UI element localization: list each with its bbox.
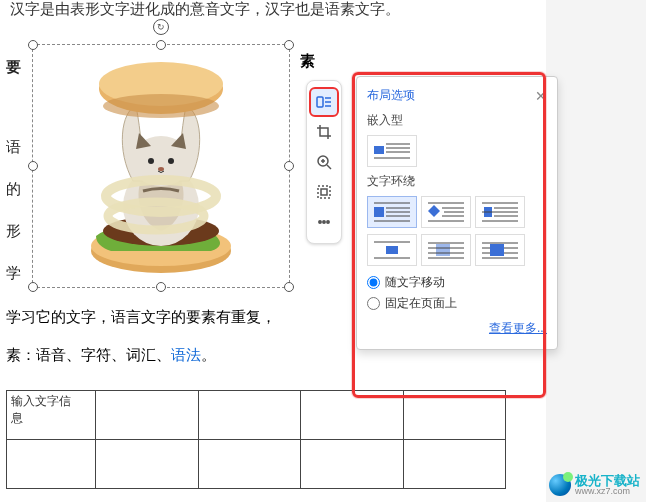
table-cell[interactable]: [403, 391, 506, 440]
char-de: 的: [6, 172, 21, 206]
section-wrap-label: 文字环绕: [367, 173, 547, 190]
wrap-square-icon: [372, 201, 412, 223]
list-prefix: 素：语音、字符、词汇、: [6, 346, 171, 363]
svg-point-7: [158, 167, 164, 171]
wrap-inline-option[interactable]: [367, 135, 417, 167]
table-cell[interactable]: [7, 440, 96, 489]
wrap-topbottom-icon: [372, 239, 412, 261]
table-cell[interactable]: [198, 440, 301, 489]
svg-rect-13: [317, 97, 323, 107]
popup-title: 布局选项: [367, 87, 415, 104]
radio-move-with-text[interactable]: 随文字移动: [367, 274, 547, 291]
resize-handle-ml[interactable]: [28, 161, 38, 171]
radio-move-label: 随文字移动: [385, 274, 445, 291]
svg-rect-31: [374, 207, 384, 217]
svg-point-25: [327, 221, 329, 223]
char-yao: 要: [6, 50, 21, 84]
wrap-through-option[interactable]: [475, 196, 525, 228]
zoom-icon: [316, 154, 332, 170]
wrap-behind-icon: [426, 239, 466, 261]
wrap-front-option[interactable]: [475, 234, 525, 266]
svg-point-12: [103, 94, 219, 118]
wrap-square-option[interactable]: [367, 196, 417, 228]
table-cell[interactable]: [403, 440, 506, 489]
svg-rect-48: [386, 246, 398, 254]
document-table[interactable]: 输入文字信 息: [6, 390, 506, 489]
table-cell[interactable]: 输入文字信 息: [7, 391, 96, 440]
list-line: 素：语音、字符、词汇、语法。: [6, 346, 216, 365]
table-cell[interactable]: [301, 440, 404, 489]
resize-handle-bl[interactable]: [28, 282, 38, 292]
resize-handle-bm[interactable]: [156, 282, 166, 292]
select-button[interactable]: [311, 179, 337, 205]
grammar-link[interactable]: 语法: [171, 346, 201, 363]
cell-text: 输入文字信: [11, 394, 71, 408]
svg-line-18: [327, 165, 331, 169]
table-cell[interactable]: [198, 391, 301, 440]
see-more-row: 查看更多...: [367, 320, 547, 337]
svg-point-24: [323, 221, 325, 223]
char-yu: 语: [6, 130, 21, 164]
char-suo: 素: [300, 52, 315, 71]
wrap-options-grid: [367, 196, 547, 266]
table-row: 输入文字信 息: [7, 391, 506, 440]
svg-rect-26: [374, 146, 384, 154]
close-icon[interactable]: ✕: [535, 88, 547, 104]
table-cell[interactable]: [96, 440, 199, 489]
crop-button[interactable]: [311, 119, 337, 145]
paragraph-line: 学习它的文字，语言文字的要素有重复，: [6, 308, 276, 327]
app-sidebar-bg: [546, 0, 646, 502]
svg-rect-59: [490, 244, 504, 256]
char-xue: 学: [6, 256, 21, 290]
resize-handle-tm[interactable]: [156, 40, 166, 50]
layout-options-button[interactable]: [311, 89, 337, 115]
svg-rect-21: [318, 186, 330, 198]
section-inline-label: 嵌入型: [367, 112, 547, 129]
crop-icon: [316, 124, 332, 140]
more-icon: [316, 214, 332, 230]
resize-handle-tr[interactable]: [284, 40, 294, 50]
layout-options-popup: 布局选项 ✕ 嵌入型 文字环绕: [356, 76, 558, 350]
wrap-tight-icon: [426, 201, 466, 223]
inserted-image[interactable]: [61, 51, 261, 281]
wrap-topbottom-option[interactable]: [367, 234, 417, 266]
watermark-url: www.xz7.com: [575, 487, 640, 496]
select-icon: [316, 184, 332, 200]
resize-handle-mr[interactable]: [284, 161, 294, 171]
radio-fixed-input[interactable]: [367, 297, 380, 310]
wrap-through-icon: [480, 201, 520, 223]
image-toolbar: [306, 80, 342, 244]
radio-move-input[interactable]: [367, 276, 380, 289]
rotate-handle-icon[interactable]: ↻: [153, 19, 169, 35]
svg-rect-50: [436, 244, 450, 256]
svg-point-6: [168, 158, 174, 164]
image-selection[interactable]: ↻: [32, 44, 290, 288]
see-more-link[interactable]: 查看更多...: [489, 321, 547, 335]
svg-point-23: [319, 221, 321, 223]
cell-text: 息: [11, 411, 23, 425]
document-page: 汉字是由表形文字进化成的意音文字，汉字也是语素文字。 要 语 的 形 学 素 ↻: [0, 0, 526, 502]
wrap-inline-icon: [372, 140, 412, 162]
watermark: 极光下载站 www.xz7.com: [549, 474, 640, 496]
wrap-behind-option[interactable]: [421, 234, 471, 266]
radio-fixed-label: 固定在页面上: [385, 295, 457, 312]
more-button[interactable]: [311, 209, 337, 235]
table-cell[interactable]: [301, 391, 404, 440]
zoom-button[interactable]: [311, 149, 337, 175]
wrap-front-icon: [480, 239, 520, 261]
table-cell[interactable]: [96, 391, 199, 440]
radio-fixed-position[interactable]: 固定在页面上: [367, 295, 547, 312]
table-row: [7, 440, 506, 489]
watermark-logo-icon: [549, 474, 571, 496]
layout-options-icon: [316, 94, 332, 110]
char-xing: 形: [6, 214, 21, 248]
resize-handle-br[interactable]: [284, 282, 294, 292]
paragraph-top: 汉字是由表形文字进化成的意音文字，汉字也是语素文字。: [10, 0, 400, 19]
resize-handle-tl[interactable]: [28, 40, 38, 50]
list-suffix: 。: [201, 346, 216, 363]
left-characters: 要 语 的 形 学: [6, 50, 21, 298]
svg-point-5: [148, 158, 154, 164]
svg-rect-22: [321, 189, 327, 195]
wrap-tight-option[interactable]: [421, 196, 471, 228]
